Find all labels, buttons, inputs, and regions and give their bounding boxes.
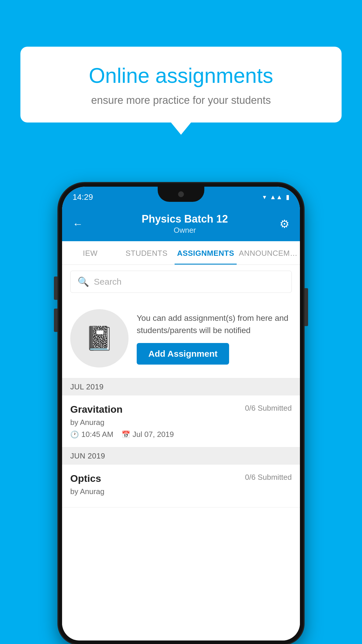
assignment-header-optics: Optics 0/6 Submitted xyxy=(70,473,292,484)
status-icons: ▾ ▲▲ ▮ xyxy=(263,193,289,201)
volume-up-button xyxy=(54,276,57,300)
volume-down-button xyxy=(54,309,57,332)
search-bar[interactable]: 🔍 Search xyxy=(70,271,292,293)
search-icon: 🔍 xyxy=(78,276,89,287)
status-time: 14:29 xyxy=(73,192,93,202)
status-bar: 14:29 ▾ ▲▲ ▮ xyxy=(62,187,300,208)
clock-icon: 🕐 xyxy=(70,430,79,439)
assignment-item-optics[interactable]: Optics 0/6 Submitted by Anurag xyxy=(62,465,300,508)
power-button xyxy=(305,288,308,326)
add-section-description: You can add assignment(s) from here and … xyxy=(137,312,292,337)
add-section-text: You can add assignment(s) from here and … xyxy=(137,312,292,365)
tab-bar: IEW STUDENTS ASSIGNMENTS ANNOUNCEM… xyxy=(62,241,300,265)
notch xyxy=(158,187,204,202)
assignment-date: 📅 Jul 07, 2019 xyxy=(122,430,174,439)
assignment-time: 🕐 10:45 AM xyxy=(70,430,113,439)
calendar-icon: 📅 xyxy=(122,430,130,439)
header-title-block: Physics Batch 12 Owner xyxy=(90,213,280,235)
header-subtitle: Owner xyxy=(90,226,280,235)
main-content: 🔍 Search 📓 You can add assignment(s) fro… xyxy=(62,265,300,640)
speech-bubble-section: Online assignments ensure more practice … xyxy=(20,47,342,123)
assignment-submitted: 0/6 Submitted xyxy=(245,404,292,413)
tab-announcements[interactable]: ANNOUNCEM… xyxy=(237,241,300,265)
month-separator-jul: JUL 2019 xyxy=(62,378,300,396)
add-assignment-section: 📓 You can add assignment(s) from here an… xyxy=(62,299,300,378)
app-header: ← Physics Batch 12 Owner ⚙ xyxy=(62,208,300,241)
phone-screen: 14:29 ▾ ▲▲ ▮ ← Physics Batch 12 Owner ⚙ … xyxy=(62,187,300,640)
add-assignment-button[interactable]: Add Assignment xyxy=(137,343,229,365)
speech-bubble: Online assignments ensure more practice … xyxy=(20,47,342,123)
back-button[interactable]: ← xyxy=(73,218,83,230)
speech-bubble-title: Online assignments xyxy=(38,64,324,87)
assignment-by: by Anurag xyxy=(70,418,292,427)
search-container: 🔍 Search xyxy=(62,265,300,299)
tab-students[interactable]: STUDENTS xyxy=(118,241,175,265)
tab-iew[interactable]: IEW xyxy=(62,241,118,265)
assignment-meta: 🕐 10:45 AM 📅 Jul 07, 2019 xyxy=(70,430,292,439)
battery-icon: ▮ xyxy=(286,193,289,201)
notebook-icon: 📓 xyxy=(85,325,114,352)
speech-bubble-subtitle: ensure more practice for your students xyxy=(38,94,324,106)
assignment-item-gravitation[interactable]: Gravitation 0/6 Submitted by Anurag 🕐 10… xyxy=(62,396,300,447)
camera xyxy=(178,191,184,197)
assignment-header: Gravitation 0/6 Submitted xyxy=(70,404,292,415)
tab-assignments[interactable]: ASSIGNMENTS xyxy=(175,241,236,265)
settings-button[interactable]: ⚙ xyxy=(280,218,289,230)
assignment-icon-circle: 📓 xyxy=(70,309,129,368)
signal-icon: ▲▲ xyxy=(270,193,282,201)
assignment-by-optics: by Anurag xyxy=(70,487,292,496)
wifi-icon: ▾ xyxy=(263,193,266,201)
search-input[interactable]: Search xyxy=(94,277,122,287)
assignment-submitted-optics: 0/6 Submitted xyxy=(245,473,292,482)
header-title: Physics Batch 12 xyxy=(90,213,280,225)
assignment-title: Gravitation xyxy=(70,404,122,415)
assignment-title-optics: Optics xyxy=(70,473,101,484)
month-separator-jun: JUN 2019 xyxy=(62,447,300,465)
phone-frame: 14:29 ▾ ▲▲ ▮ ← Physics Batch 12 Owner ⚙ … xyxy=(59,183,303,644)
